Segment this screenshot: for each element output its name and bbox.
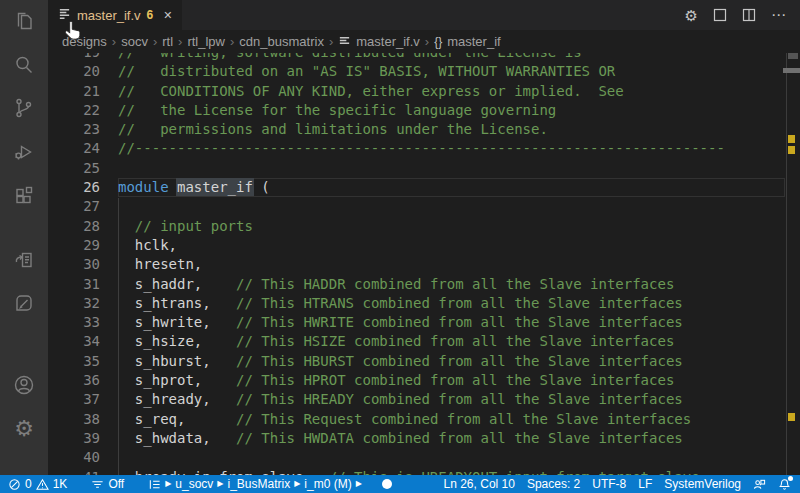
warnings-count: 1K — [53, 477, 68, 491]
code-lines: 19// writing, software distributed under… — [48, 53, 786, 475]
ruler-modified-marker — [788, 413, 795, 421]
ruler-modified-marker — [788, 146, 795, 154]
code-line[interactable]: 27 — [48, 197, 786, 216]
code-line[interactable]: 23// permissions and limitations under t… — [48, 120, 786, 139]
breadcrumb-item[interactable]: socv — [121, 34, 148, 49]
breadcrumb-file-icon — [338, 34, 351, 50]
code-line[interactable]: 30 hresetn, — [48, 255, 786, 274]
problems-indicator[interactable]: 0 1K — [8, 477, 67, 491]
status-left: 0 1K Off ▶ u_socv ▶ i_B — [0, 477, 392, 491]
status-bar: 0 1K Off ▶ u_socv ▶ i_B — [0, 475, 800, 493]
hierarchy-arrow-icon: ▶ — [217, 479, 223, 489]
run-debug-icon[interactable] — [12, 140, 36, 164]
code-line[interactable]: 40 — [48, 448, 786, 467]
filter-toggle[interactable]: Off — [91, 477, 124, 491]
errors-icon — [8, 478, 21, 491]
tab-label: master_if.v — [77, 8, 141, 23]
filter-state: Off — [108, 477, 124, 491]
filter-icon — [91, 478, 104, 491]
code-line[interactable]: 31 s_haddr, // This HADDR combined from … — [48, 275, 786, 294]
eol-sequence[interactable]: LF — [638, 477, 652, 491]
tab-close-icon[interactable]: ✕ — [163, 9, 172, 22]
code-line[interactable]: 19// writing, software distributed under… — [48, 53, 786, 62]
breadcrumb-separator: › — [153, 34, 157, 49]
code-line[interactable]: 24//------------------------------------… — [48, 139, 786, 158]
settings-gear-icon[interactable]: ⚙ — [12, 417, 36, 441]
code-line-active[interactable]: 26module master_if ( — [48, 178, 786, 197]
breadcrumb-separator: › — [178, 34, 182, 49]
vscode-window: ⚙ master_if.v 6 ✕ ⚙ ⋯ designs › socv › — [0, 0, 800, 493]
cursor-position[interactable]: Ln 26, Col 10 — [444, 477, 515, 491]
breadcrumb-item[interactable]: master_if.v — [356, 34, 420, 49]
source-control-icon[interactable] — [12, 96, 36, 120]
list-tree-icon — [148, 478, 161, 491]
code-line[interactable]: 37 s_hready, // This HREADY combined fro… — [48, 390, 786, 409]
encoding[interactable]: UTF-8 — [592, 477, 626, 491]
hierarchy-arrow-icon: ▶ — [165, 479, 171, 489]
code-line[interactable]: 25 — [48, 159, 786, 178]
breadcrumb-separator: › — [230, 34, 234, 49]
hierarchy-item[interactable]: i_BusMatrix — [228, 477, 291, 491]
code-line[interactable]: 36 s_hprot, // This HPROT combined from … — [48, 371, 786, 390]
breadcrumb-separator: › — [425, 34, 429, 49]
code-line[interactable]: 39 s_hwdata, // This HWDATA combined fro… — [48, 429, 786, 448]
code-line[interactable]: 32 s_htrans, // This HTRANS combined fro… — [48, 294, 786, 313]
code-line[interactable]: 28 // input ports — [48, 217, 786, 236]
code-line[interactable]: 41 hready_in_from_slave, // This is HREA… — [48, 468, 786, 475]
hierarchy-arrow-icon: ▶ — [294, 479, 300, 489]
code-editor[interactable]: 19// writing, software distributed under… — [48, 53, 800, 475]
hierarchy-item[interactable]: i_m0 (M) — [304, 477, 351, 491]
more-actions-icon[interactable]: ⋯ — [771, 6, 787, 24]
breadcrumb-item[interactable]: cdn_busmatrix — [239, 34, 324, 49]
edit-note-icon[interactable] — [12, 291, 36, 315]
activity-bar: ⚙ — [0, 0, 48, 475]
symbol-module-icon: {} — [434, 35, 442, 49]
ruler-modified-marker — [788, 135, 795, 143]
editor-actions: ⚙ ⋯ — [685, 0, 800, 30]
notification-badge — [788, 476, 793, 481]
account-icon[interactable] — [12, 373, 36, 397]
breadcrumb-item[interactable]: rtl — [162, 34, 173, 49]
breadcrumb-separator: › — [112, 34, 116, 49]
warnings-icon — [36, 478, 49, 491]
hierarchy-arrow-icon: ▶ — [356, 479, 362, 489]
breadcrumb-item[interactable]: rtl_lpw — [187, 34, 225, 49]
status-dot-indicator — [382, 479, 392, 489]
word-highlight: master_if — [177, 179, 253, 195]
explorer-icon[interactable] — [12, 10, 36, 34]
search-icon[interactable] — [12, 53, 36, 77]
code-line[interactable]: 29 hclk, — [48, 236, 786, 255]
breadcrumb: designs › socv › rtl › rtl_lpw › cdn_bus… — [48, 30, 800, 53]
indentation[interactable]: Spaces: 2 — [527, 477, 580, 491]
breadcrumb-separator: › — [329, 34, 333, 49]
code-line[interactable]: 38 s_req, // This Request combined from … — [48, 410, 786, 429]
code-line[interactable]: 34 s_hsize, // This HSIZE combined from … — [48, 332, 786, 351]
status-right: Ln 26, Col 10 Spaces: 2 UTF-8 LF SystemV… — [444, 477, 800, 491]
code-line[interactable]: 22// the License for the specific langua… — [48, 101, 786, 120]
code-line[interactable]: 20// distributed on an "AS IS" BASIS, WI… — [48, 62, 786, 81]
language-mode[interactable]: SystemVerilog — [664, 477, 741, 491]
file-type-icon — [58, 6, 71, 24]
code-line[interactable]: 35 s_hburst, // This HBURST combined fro… — [48, 352, 786, 371]
extensions-icon[interactable] — [12, 184, 36, 208]
notifications-bell[interactable] — [778, 478, 791, 491]
code-line[interactable]: 33 s_hwrite, // This HWRITE combined fro… — [48, 313, 786, 332]
scrollbar-thumb[interactable] — [788, 53, 798, 59]
errors-count: 0 — [25, 477, 32, 491]
layout-icon[interactable] — [713, 8, 727, 22]
header-gear-icon[interactable]: ⚙ — [685, 8, 698, 23]
split-editor-icon[interactable] — [742, 8, 756, 22]
file-transfer-icon[interactable] — [12, 247, 36, 271]
hierarchy-path[interactable]: ▶ u_socv ▶ i_BusMatrix ▶ i_m0 (M) ▶ — [148, 477, 362, 491]
scrollbar[interactable] — [786, 53, 800, 475]
tab-master-if[interactable]: master_if.v 6 ✕ — [48, 0, 182, 30]
tab-bar: master_if.v 6 ✕ ⚙ ⋯ — [48, 0, 800, 30]
feedback-icon[interactable] — [753, 478, 766, 491]
hierarchy-item[interactable]: u_socv — [175, 477, 213, 491]
ruler-cursor-marker — [783, 68, 800, 73]
tab-badge: 6 — [147, 8, 154, 22]
breadcrumb-item[interactable]: master_if — [447, 34, 500, 49]
breadcrumb-item[interactable]: designs — [62, 34, 107, 49]
code-line[interactable]: 21// CONDITIONS OF ANY KIND, either expr… — [48, 82, 786, 101]
